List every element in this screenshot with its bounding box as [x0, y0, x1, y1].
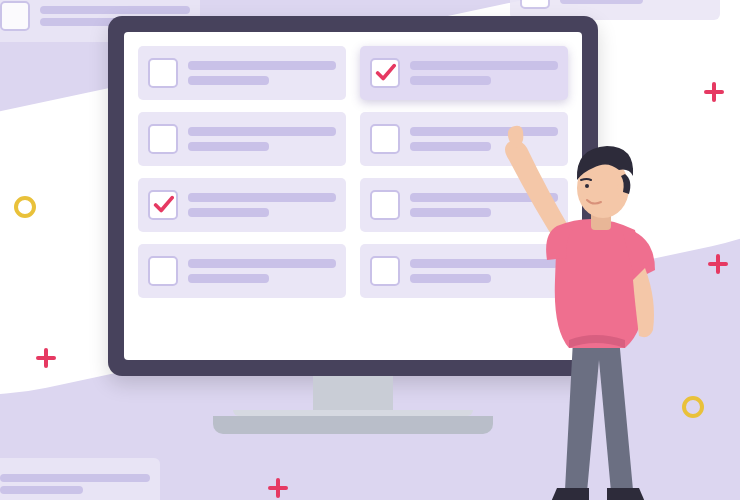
background-card	[0, 458, 160, 500]
checkbox-icon[interactable]	[148, 58, 178, 88]
checkbox-icon[interactable]	[148, 256, 178, 286]
checkbox-icon[interactable]	[148, 124, 178, 154]
item-text-placeholder	[188, 193, 336, 217]
svg-point-3	[585, 184, 589, 188]
checkbox-icon[interactable]	[370, 124, 400, 154]
item-text-placeholder	[188, 61, 336, 85]
item-text-placeholder	[188, 259, 336, 283]
monitor-stand-base	[213, 416, 493, 434]
checkbox-checked-icon[interactable]	[370, 58, 400, 88]
plus-icon	[36, 348, 56, 368]
checklist-item[interactable]	[138, 46, 346, 100]
checklist-item[interactable]	[360, 46, 568, 100]
plus-icon	[708, 254, 728, 274]
checkbox-icon[interactable]	[370, 256, 400, 286]
checklist-item[interactable]	[138, 178, 346, 232]
checklist-item[interactable]	[138, 244, 346, 298]
ring-icon	[14, 196, 36, 218]
plus-icon	[268, 478, 288, 498]
person-illustration	[495, 130, 695, 500]
checkbox-checked-icon[interactable]	[148, 190, 178, 220]
plus-icon	[704, 82, 724, 102]
checkbox-icon[interactable]	[370, 190, 400, 220]
item-text-placeholder	[410, 61, 558, 85]
checklist-item[interactable]	[138, 112, 346, 166]
item-text-placeholder	[188, 127, 336, 151]
